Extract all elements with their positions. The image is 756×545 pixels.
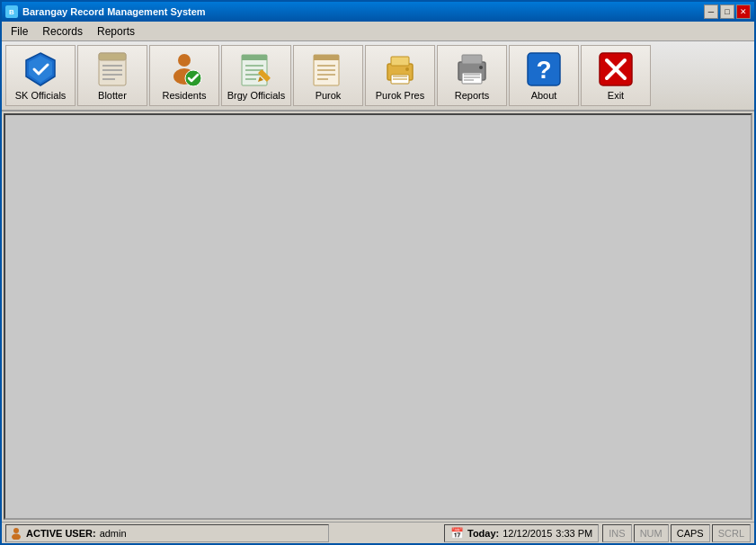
title-bar-left: B Barangay Record Management System bbox=[5, 5, 206, 18]
today-label: Today: bbox=[467, 528, 499, 539]
toolbar-btn-exit[interactable]: Exit bbox=[581, 45, 651, 106]
purok-label: Purok bbox=[316, 90, 342, 101]
purok-pres-icon bbox=[382, 51, 418, 87]
sk-officials-label: SK Officials bbox=[15, 90, 67, 101]
toolbar-btn-sk-officials[interactable]: SK Officials bbox=[5, 45, 76, 106]
num-indicator: NUM bbox=[634, 524, 669, 542]
toolbar: SK Officials Blotter bbox=[2, 41, 754, 112]
reports-label: Reports bbox=[455, 90, 490, 101]
svg-rect-22 bbox=[314, 55, 339, 60]
svg-point-10 bbox=[178, 54, 191, 67]
title-bar: B Barangay Record Management System ─ □ … bbox=[2, 2, 754, 22]
close-button[interactable]: ✕ bbox=[736, 4, 751, 19]
menu-bar: File Records Reports bbox=[2, 22, 754, 41]
svg-rect-14 bbox=[242, 55, 267, 60]
svg-point-36 bbox=[479, 66, 483, 69]
toolbar-btn-brgy-officials[interactable]: Brgy Officials bbox=[221, 45, 291, 106]
scrl-indicator: SCRL bbox=[712, 524, 751, 542]
menu-records[interactable]: Records bbox=[35, 23, 90, 40]
blotter-icon bbox=[94, 51, 130, 87]
date-value: 12/12/2015 bbox=[503, 528, 552, 539]
svg-rect-34 bbox=[462, 55, 482, 64]
blotter-label: Blotter bbox=[98, 90, 127, 101]
purok-icon bbox=[310, 51, 346, 87]
about-icon: ? bbox=[526, 51, 562, 87]
active-user-label: ACTIVE USER: bbox=[26, 528, 96, 539]
svg-rect-28 bbox=[391, 57, 409, 66]
calendar-icon: 📅 bbox=[450, 527, 464, 540]
residents-icon bbox=[166, 51, 202, 87]
toolbar-btn-purok-pres[interactable]: Purok Pres bbox=[365, 45, 435, 106]
title-controls: ─ □ ✕ bbox=[704, 4, 751, 19]
svg-rect-5 bbox=[99, 53, 126, 60]
svg-point-45 bbox=[13, 528, 19, 533]
svg-point-30 bbox=[405, 67, 409, 71]
residents-label: Residents bbox=[163, 90, 207, 101]
status-bar: ACTIVE USER: admin 📅 Today: 12/12/2015 3… bbox=[2, 522, 754, 543]
toolbar-btn-reports[interactable]: Reports bbox=[437, 45, 507, 106]
window-title: Barangay Record Management System bbox=[22, 6, 206, 17]
exit-label: Exit bbox=[608, 90, 624, 101]
minimize-button[interactable]: ─ bbox=[704, 4, 718, 19]
toolbar-btn-about[interactable]: ? About bbox=[509, 45, 579, 106]
toolbar-btn-purok[interactable]: Purok bbox=[293, 45, 363, 106]
user-icon bbox=[10, 527, 22, 540]
status-indicators: INS NUM CAPS SCRL bbox=[602, 524, 751, 542]
svg-text:?: ? bbox=[536, 56, 551, 84]
menu-file[interactable]: File bbox=[4, 23, 35, 40]
svg-point-46 bbox=[12, 533, 21, 540]
reports-icon bbox=[454, 51, 490, 87]
main-content-area bbox=[4, 113, 752, 520]
brgy-officials-icon bbox=[238, 51, 274, 87]
svg-text:B: B bbox=[9, 8, 14, 16]
purok-pres-label: Purok Pres bbox=[376, 90, 424, 101]
caps-indicator: CAPS bbox=[671, 524, 710, 542]
app-icon: B bbox=[5, 5, 18, 18]
menu-reports[interactable]: Reports bbox=[90, 23, 142, 40]
sk-officials-icon bbox=[22, 51, 58, 87]
brgy-officials-label: Brgy Officials bbox=[227, 90, 286, 101]
active-user-value: admin bbox=[100, 528, 127, 539]
maximize-button[interactable]: □ bbox=[720, 4, 734, 19]
main-window: B Barangay Record Management System ─ □ … bbox=[0, 0, 756, 545]
toolbar-btn-residents[interactable]: Residents bbox=[149, 45, 219, 106]
ins-indicator: INS bbox=[602, 524, 631, 542]
date-section: 📅 Today: 12/12/2015 3:33 PM bbox=[444, 524, 599, 542]
user-section: ACTIVE USER: admin bbox=[5, 524, 329, 542]
time-value: 3:33 PM bbox=[556, 528, 592, 539]
toolbar-btn-blotter[interactable]: Blotter bbox=[77, 45, 147, 106]
about-label: About bbox=[531, 90, 557, 101]
exit-icon bbox=[598, 51, 634, 87]
